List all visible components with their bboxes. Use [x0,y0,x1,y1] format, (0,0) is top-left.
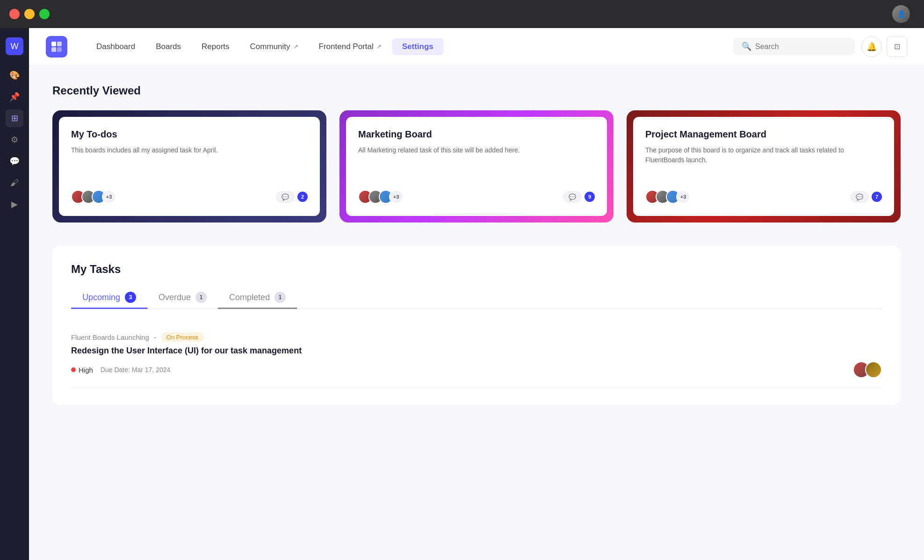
board-card-footer: +3 💬 7 [645,190,882,204]
notification-bell-button[interactable]: 🔔 [861,36,882,57]
task-footer: High Due Date: Mar 17, 2024 [71,361,882,378]
tab-badge-overdue: 1 [195,292,207,303]
sidebar-item-pin[interactable]: 📌 [6,88,23,106]
board-card-my-todos[interactable]: My To-dos This boards includes all my as… [52,110,326,223]
sidebar-item-brush[interactable]: 🖌 [6,174,23,192]
task-name: Redesign the User Interface (UI) for our… [71,346,882,356]
nav-item-label: Settings [402,42,433,51]
card-stats: 💬 7 [850,191,882,203]
card-stats: 💬 9 [563,191,595,203]
titlebar: 👤 [0,0,924,28]
task-status-badge: On Process [161,332,204,342]
sidebar-item-settings[interactable]: ⚙ [6,131,23,149]
nav-item-label: Reports [202,42,230,51]
nav-item-reports[interactable]: Reports [191,38,240,55]
svg-rect-3 [57,47,62,52]
nav-item-boards[interactable]: Boards [145,38,191,55]
tab-badge-completed: 1 [274,292,286,303]
task-assignees [853,361,882,378]
board-card-title: Marketing Board [358,129,595,140]
nav-item-label: Community [250,42,290,51]
titlebar-user: 👤 [892,5,910,23]
comment-stat: 💬 [276,191,295,203]
nav-item-label: Boards [156,42,181,51]
card-stats: 💬 2 [276,191,308,203]
maximize-button[interactable] [39,9,50,19]
tab-upcoming[interactable]: Upcoming 3 [71,287,147,309]
comment-badge: 2 [297,192,308,202]
palette-icon: 🎨 [9,70,20,80]
avatar-count: +3 [389,190,403,204]
sidebar-logo[interactable]: W [6,37,23,55]
board-card-footer: +3 💬 2 [71,190,308,204]
sidebar: W 🎨 📌 ⊞ ⚙ 💬 🖌 ▶ [0,28,29,560]
avatar-stack: +3 [645,190,690,204]
comment-stat: 💬 [850,191,869,203]
search-input[interactable] [755,43,846,51]
gear-icon: ⚙ [11,135,18,145]
minimize-button[interactable] [24,9,35,19]
nav-search-box[interactable]: 🔍 [733,38,855,55]
nav-logo[interactable] [46,36,67,57]
tasks-tabs: Upcoming 3 Overdue 1 Completed 1 [71,287,882,309]
my-tasks-title: My Tasks [71,263,882,276]
tab-label: Upcoming [82,293,120,302]
play-icon: ▶ [11,199,18,209]
pin-icon: 📌 [9,92,20,102]
search-icon: 🔍 [742,42,751,51]
nav-item-dashboard[interactable]: Dashboard [86,38,145,55]
main-content: Dashboard Boards Reports Community ↗ Fro… [29,28,924,560]
task-tags: High Due Date: Mar 17, 2024 [71,366,170,374]
nav-item-settings[interactable]: Settings [392,38,444,55]
tab-label: Completed [229,293,270,302]
tab-overdue[interactable]: Overdue 1 [147,287,218,309]
tab-completed[interactable]: Completed 1 [218,287,297,309]
avatar-stack: +3 [71,190,116,204]
nav-item-label: Frontend Portal [319,42,374,51]
comment-icon: 💬 [856,194,863,201]
task-separator: - [154,333,156,341]
comment-badge: 7 [872,192,882,202]
sidebar-item-play[interactable]: ▶ [6,195,23,213]
traffic-lights [9,9,50,19]
avatar-stack: +3 [358,190,403,204]
user-avatar[interactable]: 👤 [892,5,910,23]
bell-icon: 🔔 [866,42,877,52]
board-card-desc: The purpose of this board is to organize… [645,145,882,182]
topnav: Dashboard Boards Reports Community ↗ Fro… [29,28,924,65]
board-card-project-management[interactable]: Project Management Board The purpose of … [627,110,901,223]
assignee-avatar [865,361,882,378]
avatar-count: +3 [676,190,690,204]
app-shell: W 🎨 📌 ⊞ ⚙ 💬 🖌 ▶ [0,28,924,560]
comment-icon: 💬 [569,194,576,201]
sidebar-item-boards[interactable]: ⊞ [6,109,23,127]
due-date: Due Date: Mar 17, 2024 [101,366,170,373]
expand-icon: ⊡ [894,42,900,51]
priority-label: High [79,366,93,374]
expand-button[interactable]: ⊡ [887,36,907,57]
brush-icon: 🖌 [10,178,19,188]
svg-rect-1 [57,42,62,46]
board-card-inner: Project Management Board The purpose of … [633,117,894,216]
chat-icon: 💬 [9,156,20,166]
page-body: Recently Viewed My To-dos This boards in… [29,65,924,560]
boards-icon: ⊞ [11,113,18,123]
external-link-icon: ↗ [376,43,382,50]
nav-items: Dashboard Boards Reports Community ↗ Fro… [86,38,733,55]
board-card-marketing[interactable]: Marketing Board All Marketing related ta… [339,110,614,223]
recently-viewed-title: Recently Viewed [52,84,901,97]
nav-item-community[interactable]: Community ↗ [240,38,309,55]
task-meta: Fluent Boards Launching - On Process [71,332,882,342]
board-card-inner: Marketing Board All Marketing related ta… [346,117,607,216]
my-tasks-section: My Tasks Upcoming 3 Overdue 1 Completed … [52,246,901,405]
sidebar-item-chat[interactable]: 💬 [6,152,23,170]
nav-item-frontend-portal[interactable]: Frontend Portal ↗ [309,38,392,55]
comment-icon: 💬 [282,194,289,201]
comment-badge: 9 [585,192,595,202]
board-card-desc: All Marketing related task of this site … [358,145,595,182]
sidebar-item-palette[interactable]: 🎨 [6,66,23,84]
tab-badge-upcoming: 3 [125,292,136,303]
board-card-title: My To-dos [71,129,308,140]
close-button[interactable] [9,9,20,19]
priority-dot [71,367,76,372]
